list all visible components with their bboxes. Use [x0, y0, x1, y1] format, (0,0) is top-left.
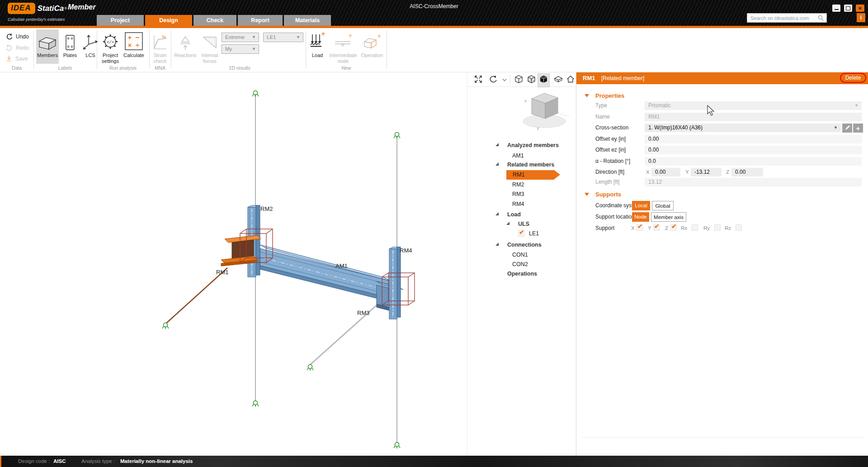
delete-button[interactable]: Delete: [845, 75, 861, 81]
coordinate-local-button[interactable]: Local: [632, 201, 650, 210]
properties-heading[interactable]: Properties: [595, 92, 624, 99]
tree-expander-icon[interactable]: [495, 162, 499, 166]
dof-rx-checkbox[interactable]: [692, 224, 698, 231]
plates-button[interactable]: Plates: [60, 29, 80, 58]
tree-item-con2[interactable]: CON2: [512, 260, 528, 268]
minimize-icon: [835, 9, 839, 10]
location-member-axis-button[interactable]: Member axis: [651, 212, 686, 222]
rotate-view-button[interactable]: [488, 75, 498, 86]
close-button[interactable]: ✕: [856, 5, 864, 12]
rotation-field[interactable]: 0.0: [645, 157, 862, 166]
tree-item-rm3[interactable]: RM3: [512, 190, 524, 198]
dof-y-checkbox[interactable]: ✔: [653, 224, 660, 231]
tree-item-rm1-selected[interactable]: RM1: [506, 170, 554, 180]
direction-y-field[interactable]: -13.12: [691, 168, 722, 176]
check-icon: ✔: [671, 223, 677, 230]
offset-ez-field[interactable]: 0.00: [645, 146, 862, 154]
tree-section-connections[interactable]: Connections: [507, 241, 542, 249]
tree-section-load[interactable]: Load: [507, 210, 521, 219]
tree-section-uls[interactable]: ULS: [518, 220, 529, 228]
hidden-line-view-button[interactable]: [527, 75, 536, 86]
app-window: IDEA StatiCa ® Calculate yesterday's est…: [0, 0, 868, 467]
offset-ey-field[interactable]: 0.00: [645, 135, 862, 143]
load-effect-dropdown[interactable]: LE1▼: [263, 33, 303, 42]
edit-cross-section-button[interactable]: [842, 124, 852, 133]
direction-z-field[interactable]: 0.00: [731, 168, 763, 176]
tab-report[interactable]: Report: [238, 15, 283, 26]
tree-item-le1[interactable]: LE1: [529, 229, 539, 238]
collapse-triangle-icon[interactable]: [585, 193, 589, 196]
dof-x-checkbox[interactable]: ✔: [637, 224, 643, 231]
dof-rz-checkbox[interactable]: [736, 224, 742, 231]
strain-check-button[interactable]: % Strain check: [151, 29, 170, 64]
section-view-button[interactable]: [553, 75, 563, 86]
search-placeholder: Search on ideastatica.com: [747, 15, 818, 21]
search-input[interactable]: Search on ideastatica.com: [747, 13, 827, 23]
lcs-button[interactable]: LCS: [81, 29, 99, 58]
tree-expander-icon[interactable]: [495, 143, 499, 146]
wireframe-view-button[interactable]: [514, 75, 524, 86]
direction-x-field[interactable]: 0.00: [651, 168, 680, 176]
tree-section-analyzed-members[interactable]: Analyzed members: [507, 141, 559, 149]
undo-button[interactable]: Undo: [5, 33, 29, 40]
minimize-button[interactable]: [832, 5, 840, 12]
extreme-dropdown[interactable]: Extreme▼: [222, 33, 259, 42]
zoom-fit-button[interactable]: [474, 75, 483, 86]
coordinate-global-button[interactable]: Global: [652, 201, 674, 210]
rotate-options-chevron[interactable]: [502, 76, 507, 84]
maximize-button[interactable]: [844, 5, 852, 12]
load-icon: +: [309, 32, 326, 51]
add-cross-section-button[interactable]: +: [853, 124, 863, 133]
tree-expander-icon[interactable]: [506, 222, 509, 225]
load-button[interactable]: + Load: [307, 29, 327, 58]
tree-checkbox-le1[interactable]: ✔: [518, 230, 524, 237]
calculate-button[interactable]: + − × ÷ Calculate: [122, 29, 146, 58]
collapse-triangle-icon[interactable]: [585, 94, 589, 97]
dof-ry-label: Ry: [703, 225, 710, 231]
tree-expander-icon[interactable]: [495, 243, 499, 246]
group-label-new: New: [341, 65, 351, 71]
save-button[interactable]: Save: [5, 55, 28, 62]
tree-section-operations[interactable]: Operations: [507, 270, 537, 278]
tab-materials[interactable]: Materials: [284, 15, 331, 26]
navigation-cube[interactable]: x y: [517, 89, 572, 132]
info-button[interactable]: i: [857, 13, 865, 22]
tab-project[interactable]: Project: [97, 15, 144, 26]
members-button[interactable]: Members: [36, 29, 59, 64]
supports-heading[interactable]: Supports: [595, 191, 621, 198]
tree-item-con1[interactable]: CON1: [512, 251, 528, 259]
location-node-button[interactable]: Node: [632, 212, 649, 222]
ribbon: Undo Redo Save Data Members: [0, 28, 868, 72]
tree-item-am1[interactable]: AM1: [512, 152, 524, 160]
tree-expander-icon[interactable]: [495, 212, 499, 215]
project-settings-button[interactable]: </> Project settings: [100, 29, 121, 64]
cross-section-dropdown[interactable]: 1. W(Imp)16X40 (A36)▼: [645, 124, 841, 132]
internal-forces-button[interactable]: Internal forces: [199, 29, 221, 64]
my-dropdown[interactable]: My▼: [222, 44, 259, 54]
intermediate-node-button[interactable]: + Intermediate node: [328, 29, 358, 64]
member-rm4-column[interactable]: [389, 247, 401, 319]
dof-z-checkbox[interactable]: ✔: [670, 224, 677, 231]
clip-box-icon: [553, 75, 563, 84]
dof-ry-checkbox[interactable]: [714, 224, 721, 231]
selection-header: RM1 [Related member] Delete: [576, 72, 868, 84]
chevron-down-icon: ▼: [296, 33, 300, 42]
member-am1-beam[interactable]: [260, 245, 391, 302]
name-field[interactable]: RM1: [645, 113, 862, 121]
redo-button[interactable]: Redo: [5, 44, 29, 51]
tree-section-related-members[interactable]: Related members: [507, 161, 554, 169]
analysis-type-label: Analysis type :: [81, 458, 115, 464]
operation-button[interactable]: + Operation: [359, 29, 385, 58]
tab-design[interactable]: Design: [145, 15, 192, 26]
tab-check[interactable]: Check: [193, 15, 236, 26]
member-rm1-line[interactable]: [166, 268, 227, 323]
tree-item-rm4[interactable]: RM4: [512, 200, 524, 208]
home-view-button[interactable]: [566, 75, 575, 86]
3d-viewport[interactable]: RM2 RM1 AM1 RM4 RM3: [0, 72, 467, 456]
solid-view-button[interactable]: [538, 73, 550, 87]
design-code-label: Design code :: [18, 458, 50, 464]
reactions-button[interactable]: Reactions: [173, 29, 198, 58]
tree-item-rm2[interactable]: RM2: [512, 181, 524, 189]
length-field: 13.12: [645, 178, 862, 186]
type-dropdown[interactable]: Prismatic▼: [645, 101, 862, 110]
